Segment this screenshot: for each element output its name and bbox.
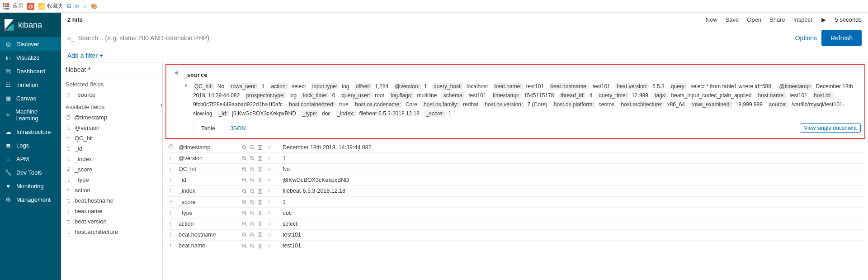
filter-out-icon[interactable]	[250, 177, 255, 183]
index-pattern-select[interactable]: filebeat-*	[61, 62, 162, 77]
field-_id[interactable]: t_id	[61, 143, 162, 154]
field-action[interactable]: taction	[61, 185, 162, 195]
toggle-column-icon[interactable]	[257, 177, 263, 183]
filter-out-icon[interactable]	[250, 166, 255, 172]
star-icon[interactable]: ✳	[267, 166, 272, 173]
bookmark[interactable]: @	[27, 3, 34, 10]
filter-out-icon[interactable]	[250, 210, 255, 216]
star-icon[interactable]: ✳	[267, 188, 272, 195]
toplink-open[interactable]: Open	[747, 16, 761, 23]
filter-out-icon[interactable]	[250, 156, 255, 161]
view-single-document-link[interactable]: View single document	[800, 123, 861, 133]
field-_type[interactable]: t_type	[61, 175, 162, 185]
field-source[interactable]: ?_source	[61, 90, 162, 100]
filter-for-icon[interactable]	[242, 166, 247, 172]
nav-logs[interactable]: ≣Logs	[0, 138, 61, 152]
tab-json[interactable]: JSON	[222, 122, 254, 134]
star-icon[interactable]: ✳	[267, 155, 272, 161]
field-_score[interactable]: #_score	[61, 164, 162, 175]
add-filter-button[interactable]: Add a filter +	[67, 52, 103, 59]
field-beat-hostname[interactable]: tbeat.hostname	[61, 195, 162, 206]
toggle-column-icon[interactable]	[257, 232, 263, 237]
field--version[interactable]: t@version	[61, 123, 162, 133]
refresh-interval[interactable]: 5 seconds	[835, 16, 862, 23]
filter-out-icon[interactable]	[250, 189, 255, 194]
filter-for-icon[interactable]	[242, 243, 247, 249]
bookmark[interactable]: G	[67, 3, 71, 9]
bookmark[interactable]: ✓	[83, 3, 87, 9]
svg-line-55	[253, 203, 255, 204]
filter-for-icon[interactable]	[242, 221, 247, 227]
filter-for-icon[interactable]	[242, 177, 247, 183]
toggle-column-icon[interactable]	[257, 156, 263, 161]
filter-out-icon[interactable]	[250, 221, 255, 227]
toggle-column-icon[interactable]	[257, 199, 263, 205]
toggle-column-icon[interactable]	[257, 189, 263, 194]
search-input-wrap[interactable]: >_	[67, 34, 791, 42]
field--timestamp[interactable]: @timestamp	[61, 112, 162, 123]
filter-out-icon[interactable]	[250, 243, 255, 249]
nav-infrastructure[interactable]: ☁Infrastructure	[0, 125, 61, 138]
field-_index[interactable]: t_index	[61, 154, 162, 164]
toplink-share[interactable]: Share	[769, 16, 785, 23]
apps-label[interactable]: 应用	[13, 2, 24, 10]
star-icon[interactable]: ✳	[267, 242, 272, 249]
options-link[interactable]: Options	[795, 34, 817, 42]
bookmark[interactable]: 🎨	[91, 3, 98, 9]
filter-out-icon[interactable]	[250, 232, 255, 237]
nav-monitoring[interactable]: ♥Monitoring	[0, 179, 61, 193]
filter-for-icon[interactable]	[242, 232, 247, 237]
star-icon[interactable]: ✳	[267, 232, 272, 238]
filter-out-icon[interactable]	[250, 199, 255, 205]
svg-line-65	[253, 214, 255, 215]
tab-table[interactable]: Table	[193, 122, 222, 134]
clock-icon	[168, 144, 173, 149]
filter-for-icon[interactable]	[242, 145, 247, 150]
nav-discover[interactable]: ◎Discover	[0, 37, 61, 51]
nav-machine-learning[interactable]: ⚛Machine Learning	[0, 105, 61, 125]
shield-icon: ✓	[83, 3, 87, 9]
gear-icon[interactable]: ⚙	[160, 102, 163, 109]
collapse-icon[interactable]: ◀	[173, 70, 179, 76]
filter-for-icon[interactable]	[242, 199, 247, 205]
type-icon: t	[66, 208, 71, 214]
nav-dashboard[interactable]: ▤Dashboard	[0, 64, 61, 78]
star-icon[interactable]: ✳	[267, 221, 272, 228]
search-input[interactable]	[78, 34, 791, 42]
expand-icon[interactable]: ▼	[184, 83, 189, 88]
filter-for-icon[interactable]	[242, 210, 247, 216]
star-icon[interactable]: ✳	[267, 209, 272, 216]
apps-grid-icon[interactable]	[3, 3, 9, 9]
nav-canvas[interactable]: ▦Canvas	[0, 91, 61, 105]
nav-icon: ▤	[5, 67, 12, 75]
filter-for-icon[interactable]	[242, 156, 247, 161]
nav-visualize[interactable]: ⫾₎Visualize	[0, 51, 61, 64]
toggle-column-icon[interactable]	[257, 166, 263, 172]
toggle-column-icon[interactable]	[257, 243, 263, 249]
filter-out-icon[interactable]	[250, 145, 255, 150]
nav-timelion[interactable]: ☷Timelion	[0, 78, 61, 91]
play-icon[interactable]: ▶	[821, 16, 826, 23]
field-QC_hit[interactable]: tQC_hit	[61, 133, 162, 143]
star-icon[interactable]: ✳	[267, 144, 272, 151]
toggle-column-icon[interactable]	[257, 210, 263, 216]
star-icon[interactable]: ✳	[267, 177, 272, 184]
field-beat-version[interactable]: tbeat.version	[61, 216, 162, 227]
field-beat-name[interactable]: tbeat.name	[61, 206, 162, 216]
bookmark[interactable]: ⊛	[75, 3, 79, 9]
nav-dev-tools[interactable]: 🔧Dev Tools	[0, 166, 61, 179]
toplink-new[interactable]: New	[706, 16, 717, 23]
nav-icon: ≡	[5, 155, 12, 162]
nav-management[interactable]: ⚙Management	[0, 193, 61, 206]
toggle-column-icon[interactable]	[257, 221, 263, 227]
bookmark[interactable]: 📁收藏夹	[38, 2, 63, 10]
kibana-logo[interactable]: kibana	[0, 13, 61, 37]
toplink-save[interactable]: Save	[726, 16, 739, 23]
field-host-architecture[interactable]: thost.architecture	[61, 227, 162, 237]
toplink-inspect[interactable]: Inspect	[793, 16, 812, 23]
star-icon[interactable]: ✳	[267, 199, 272, 205]
filter-for-icon[interactable]	[242, 189, 247, 194]
nav-apm[interactable]: ≡APM	[0, 152, 61, 166]
toggle-column-icon[interactable]	[257, 145, 263, 150]
refresh-button[interactable]: Refresh	[821, 30, 862, 46]
